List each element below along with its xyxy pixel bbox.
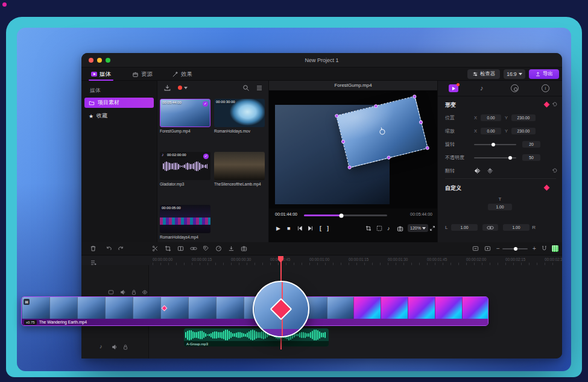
fullscreen-icon[interactable] [429,225,435,231]
stop-button[interactable]: ■ [287,225,290,231]
previous-frame-button[interactable] [297,225,303,231]
mark-out-button[interactable]: ] [327,225,329,231]
sidebar-item-project-media[interactable]: 项目素材 [84,98,154,108]
chevron-down-icon [422,227,426,230]
tab-color-settings[interactable] [511,84,519,92]
r-value-field[interactable]: 1.00 [503,224,530,231]
audio-tool-icon[interactable]: ♪ [387,225,390,231]
link-clips-icon[interactable] [190,245,197,252]
mute-track-icon[interactable] [120,289,126,295]
undo-icon[interactable] [106,245,112,252]
timeline-zoom-slider[interactable] [502,248,528,249]
app-window: New Project 1 媒体 资源 效果 检查器 16:9 [81,53,562,359]
position-x-field[interactable]: 0.00 [481,114,501,121]
audio-clip-name: A-Group.mp3 [184,341,329,346]
inspector-panel: ♪ i 形变 位置 X 0.00 Y 230.00 缩放 X 0.00 Y [437,81,562,242]
keyframe-diamond-icon[interactable] [544,102,550,108]
next-frame-button[interactable] [308,225,314,231]
opacity-slider[interactable] [474,157,516,158]
media-item-romanholidays[interactable]: 00:00:30:00 [214,99,265,127]
sidebar-item-favorites[interactable]: ★ 收藏 [84,111,154,121]
list-view-icon[interactable] [256,84,263,92]
timeline-zoom-handle[interactable] [514,247,517,251]
play-button[interactable]: ▶ [276,225,280,231]
mark-in-button[interactable]: [ [320,225,321,231]
timeline-audio-clip[interactable]: A-Group.mp3 [184,328,329,346]
media-item-romanholidays4[interactable]: 00:00:05:00 [160,205,210,233]
link-values-button[interactable] [482,224,498,231]
import-media-button[interactable] [163,84,171,92]
zoom-in-icon[interactable]: + [533,245,536,252]
scrubber-handle[interactable] [340,213,344,218]
keyframe-diamond-icon[interactable] [544,185,550,191]
preview-scrubber[interactable] [304,214,387,216]
speed-icon[interactable] [215,245,222,252]
split-scissors-icon[interactable] [152,245,159,252]
tab-effects[interactable]: 效果 [172,67,192,81]
aspect-ratio-dropdown[interactable]: 16:9 [504,69,525,79]
l-value-field[interactable]: 1.00 [451,224,478,231]
zoom-out-icon[interactable]: − [496,245,500,252]
transform-handle[interactable] [341,139,345,143]
media-item-silence[interactable] [214,152,265,180]
zoom-to-fit-icon[interactable] [472,245,479,252]
check-icon: ✓ [203,101,208,107]
preview-zoom-dropdown[interactable]: 120% [408,224,428,232]
crop-tool-icon[interactable] [165,245,171,252]
clip-duration: 00:00:05:00 [162,206,181,210]
reset-flip-icon[interactable] [552,168,558,174]
timeline-view-toggle[interactable] [552,245,558,252]
t-label: T [438,196,562,202]
zoom-to-selection-icon[interactable] [484,245,491,252]
flip-horizontal-button[interactable] [474,168,481,174]
rotation-value-field[interactable]: 20 [522,141,540,148]
preview-zoom-value: 120% [410,226,421,230]
t-value-field[interactable]: 1.00 [488,204,512,210]
render-icon[interactable] [228,245,235,252]
snapshot-icon[interactable] [241,245,247,252]
split-clip-icon[interactable] [177,245,184,252]
lock-track-icon[interactable] [131,289,137,295]
media-item-gladiator-audio[interactable]: ♪ 00:02:00:00 ✓ [160,152,210,180]
transform-handle[interactable] [373,104,378,108]
inspector-toggle-button[interactable]: 检查器 [467,69,500,79]
export-button[interactable]: 导出 [529,69,559,79]
transform-handle[interactable] [335,114,339,118]
reset-transform-icon[interactable] [552,101,558,107]
flip-vertical-button[interactable] [487,168,493,174]
tab-assets[interactable]: 资源 [132,67,153,81]
tab-media[interactable]: 媒体 [91,67,111,81]
search-icon[interactable] [242,84,250,92]
keyframe-magnifier [253,281,309,337]
position-y-field[interactable]: 230.00 [511,114,536,121]
delete-icon[interactable] [90,245,96,252]
snapshot-camera-icon[interactable] [397,225,403,232]
rotation-slider[interactable] [474,144,516,145]
hide-track-icon[interactable] [142,289,148,295]
transform-handle[interactable] [413,95,417,99]
scale-x-field[interactable]: 0.00 [481,128,501,134]
lr-row: L 1.00 1.00 R [445,224,557,231]
rotation-slider-handle[interactable] [492,143,495,146]
record-icon [178,86,182,90]
opacity-slider-handle[interactable] [508,156,512,160]
snap-magnet-icon[interactable] [541,245,548,252]
tab-info[interactable]: i [542,84,549,92]
magnified-keyframe-diamond[interactable] [270,298,292,321]
transform-handle[interactable] [425,146,429,150]
opacity-value-field[interactable]: 50 [522,154,540,161]
tab-audio-settings[interactable]: ♪ [480,84,484,92]
transform-icon[interactable] [376,225,382,231]
scale-y-field[interactable]: 230.00 [511,128,536,134]
redo-icon[interactable] [118,245,124,252]
media-item-forestgump[interactable]: 00:05:44:00 ✓ [160,99,210,127]
tab-video-settings[interactable] [449,84,458,92]
record-button[interactable] [178,86,188,90]
rotate-handle-icon[interactable] [379,129,385,136]
marker-icon[interactable] [203,245,209,252]
lock-track-icon[interactable] [122,344,128,350]
transform-handle[interactable] [419,120,423,124]
crop-icon[interactable] [365,225,371,231]
ruler-ticks [153,263,560,265]
mute-track-icon[interactable] [112,344,118,350]
